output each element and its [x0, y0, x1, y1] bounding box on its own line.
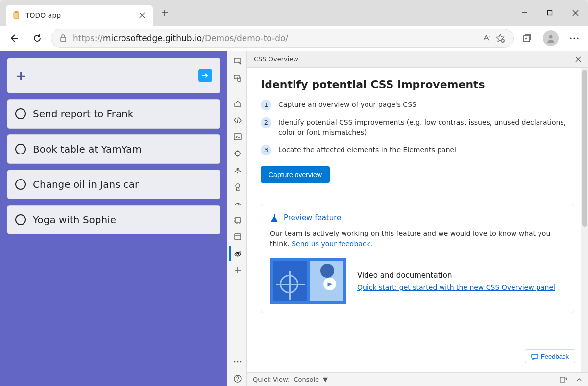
devtools-pane: CSS Overview Identify potential CSS impr…	[227, 51, 588, 386]
quick-view-dropdown-icon[interactable]: ▼	[323, 376, 328, 383]
site-info-lock-icon[interactable]	[59, 34, 67, 43]
svg-point-16	[236, 184, 240, 188]
quick-view-label: Quick View:	[253, 376, 290, 383]
devtools-settings-icon[interactable]	[229, 355, 245, 369]
task-item[interactable]: Yoga with Sophie	[7, 205, 220, 234]
collections-button[interactable]	[517, 28, 537, 48]
browser-tab[interactable]: TODO app	[6, 5, 153, 26]
step-number-icon: 3	[261, 145, 271, 155]
preview-feature-text: Our team is actively working on this fea…	[270, 229, 565, 249]
step-text: Locate the affected elements in the Elem…	[278, 145, 456, 155]
flask-icon	[270, 213, 279, 223]
favorite-star-icon[interactable]	[495, 33, 505, 43]
css-overview-tool-icon[interactable]	[229, 246, 245, 261]
elements-tool-icon[interactable]	[229, 113, 245, 128]
svg-point-6	[549, 35, 553, 39]
tab-favicon-icon	[12, 11, 21, 20]
svg-rect-10	[234, 58, 240, 63]
css-overview-panel: Identify potential CSS improvements 1Cap…	[247, 68, 588, 372]
play-icon: ▶	[323, 278, 336, 290]
panel-scrollbar[interactable]	[581, 68, 588, 372]
video-thumbnail[interactable]: ▶	[270, 258, 346, 304]
devtools-help-icon[interactable]	[229, 371, 245, 386]
profile-button[interactable]	[541, 28, 561, 48]
task-label: Book table at YamYam	[33, 143, 142, 155]
feedback-button[interactable]: Feedback	[525, 349, 575, 363]
tab-title: TODO app	[25, 11, 132, 19]
svg-point-22	[240, 361, 242, 363]
new-tab-button[interactable]	[157, 5, 172, 21]
svg-rect-2	[548, 11, 552, 15]
step-text: Capture an overview of your page's CSS	[278, 100, 416, 110]
address-bar[interactable]: https://microsoftedge.github.io/Demos/de…	[51, 29, 514, 48]
quick-start-link[interactable]: Quick start: get started with the new CS…	[357, 283, 555, 291]
quick-view-selected: Console	[294, 376, 319, 383]
svg-point-9	[577, 37, 578, 39]
panel-title: CSS Overview	[254, 55, 298, 63]
svg-point-15	[237, 172, 238, 173]
submit-task-button[interactable]	[198, 69, 212, 82]
add-plus-icon: +	[15, 68, 26, 84]
step-number-icon: 2	[261, 117, 271, 128]
svg-rect-26	[560, 377, 565, 382]
memory-tool-icon[interactable]	[229, 213, 245, 228]
window-close-button[interactable]	[563, 3, 588, 23]
task-checkbox-icon[interactable]	[15, 144, 26, 154]
quick-view-bar[interactable]: Quick View: Console ▼	[247, 372, 588, 386]
task-checkbox-icon[interactable]	[15, 179, 26, 190]
nav-back-button[interactable]	[4, 28, 24, 48]
svg-rect-17	[235, 218, 240, 223]
more-tools-icon[interactable]	[229, 263, 245, 278]
sources-tool-icon[interactable]	[229, 146, 245, 161]
application-tool-icon[interactable]	[229, 230, 245, 244]
inspect-element-icon[interactable]	[229, 54, 245, 69]
read-aloud-icon[interactable]	[482, 33, 491, 43]
settings-more-button[interactable]	[564, 28, 584, 48]
task-checkbox-icon[interactable]	[15, 214, 26, 225]
task-label: Send report to Frank	[33, 108, 133, 120]
send-feedback-link[interactable]: Send us your feedback.	[292, 240, 372, 248]
capture-overview-button[interactable]: Capture overview	[261, 166, 330, 183]
svg-point-7	[570, 37, 571, 39]
console-tool-icon[interactable]	[229, 129, 245, 144]
preview-feature-card: Preview feature Our team is actively wor…	[261, 204, 574, 313]
performance-tool-icon[interactable]	[229, 196, 245, 211]
svg-point-20	[234, 361, 236, 363]
task-item[interactable]: Book table at YamYam	[7, 134, 220, 164]
window-minimize-button[interactable]	[512, 3, 537, 23]
svg-point-8	[573, 37, 575, 39]
device-emulation-icon[interactable]	[229, 71, 245, 85]
svg-rect-25	[532, 354, 538, 358]
nav-refresh-button[interactable]	[27, 28, 47, 48]
svg-rect-1	[15, 11, 18, 13]
lighthouse-tool-icon[interactable]	[229, 180, 245, 194]
task-label: Yoga with Sophie	[33, 214, 116, 226]
add-task-row[interactable]: +	[7, 58, 220, 93]
network-tool-icon[interactable]	[229, 163, 245, 178]
panel-heading: Identify potential CSS improvements	[261, 78, 574, 91]
task-item[interactable]: Change oil in Jans car	[7, 170, 220, 199]
window-maximize-button[interactable]	[537, 3, 563, 23]
task-label: Change oil in Jans car	[33, 179, 139, 190]
svg-point-19	[237, 253, 239, 255]
video-section-heading: Video and documentation	[357, 271, 565, 280]
svg-point-21	[237, 361, 239, 363]
svg-rect-3	[61, 37, 66, 42]
url-text: https://microsoftedge.github.io/Demos/de…	[73, 33, 476, 43]
preview-feature-label: Preview feature	[284, 213, 341, 222]
welcome-tool-icon[interactable]	[229, 96, 245, 111]
panel-close-button[interactable]	[575, 56, 581, 62]
quick-view-dock-icon[interactable]	[560, 376, 567, 383]
svg-point-24	[237, 380, 238, 381]
svg-point-14	[235, 151, 240, 156]
tab-close-button[interactable]	[137, 10, 147, 20]
svg-rect-18	[235, 234, 241, 240]
task-checkbox-icon[interactable]	[15, 108, 26, 119]
task-item[interactable]: Send report to Frank	[7, 99, 220, 129]
quick-view-expand-icon[interactable]	[576, 377, 582, 382]
devtools-activity-bar	[227, 51, 247, 386]
step-text: Identify potential CSS improvements (e.g…	[278, 117, 574, 138]
svg-rect-0	[14, 12, 19, 19]
step-number-icon: 1	[261, 100, 271, 110]
panel-header: CSS Overview	[247, 51, 588, 68]
